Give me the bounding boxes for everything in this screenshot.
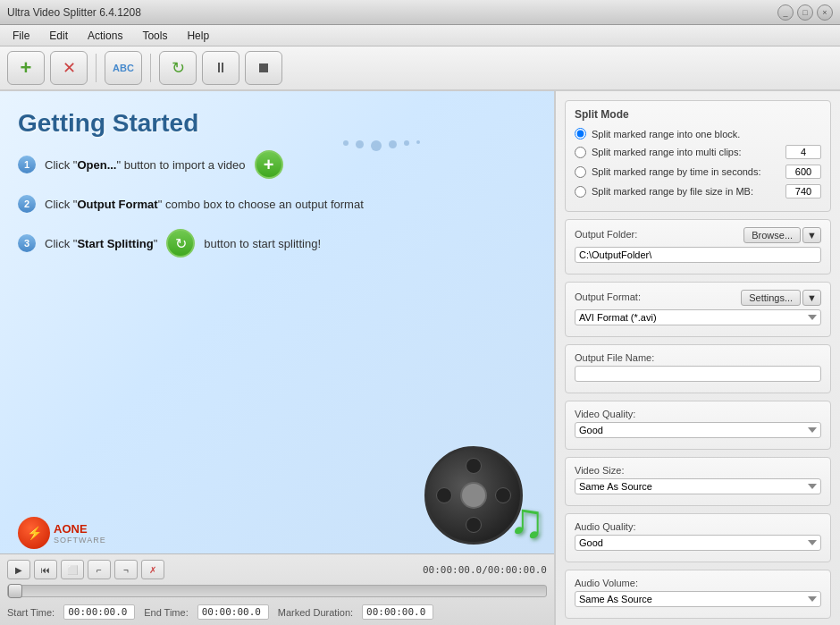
aone-logo: ⚡ — [18, 517, 50, 549]
step-1-icon[interactable]: + — [255, 150, 283, 179]
audio-quality-section: Audio Quality: Good Better Best Low — [565, 513, 831, 562]
output-format-label: Output Format: — [575, 291, 641, 302]
settings-button[interactable]: Settings... — [741, 290, 801, 306]
frame-back-button[interactable]: ⏮ — [34, 560, 57, 579]
logo-area: ⚡ AONE SOFTWARE — [18, 517, 106, 549]
output-folder-section: Output Folder: Browse... ▼ — [565, 219, 831, 274]
abc-button[interactable]: ABC — [105, 51, 142, 85]
video-quality-dropdown[interactable]: Good Better Best Low — [575, 422, 821, 438]
menu-tools[interactable]: Tools — [133, 28, 176, 44]
pause-icon: ⏸ — [214, 60, 228, 76]
plus-icon: + — [264, 155, 274, 175]
split-radio-4[interactable] — [575, 186, 586, 198]
music-note-decoration: ♫ — [508, 492, 545, 549]
step-1: 1 Click "Open..." button to import a vid… — [18, 150, 536, 179]
cancel-button[interactable]: ✕ — [50, 51, 88, 85]
split-value-4[interactable] — [785, 184, 821, 198]
refresh-icon: ↻ — [172, 58, 185, 78]
output-folder-path[interactable] — [575, 247, 821, 263]
audio-volume-section: Audio Volume: Same As Source Custom — [565, 570, 831, 619]
mark-end-button[interactable]: ¬ — [114, 560, 138, 579]
time-info-row: Start Time: 00:00:00.0 End Time: 00:00:0… — [0, 601, 554, 625]
split-label-4: Split marked range by file size in MB: — [592, 186, 780, 197]
step-1-text: Click "Open..." button to import a video — [45, 158, 246, 172]
audio-quality-label: Audio Quality: — [575, 521, 821, 532]
split-value-2[interactable] — [785, 145, 821, 159]
dot-4 — [389, 140, 397, 148]
minimize-button[interactable]: _ — [777, 4, 794, 21]
reel-center — [460, 482, 487, 509]
stop-button[interactable]: ⏹ — [245, 51, 282, 85]
start-time-label: Start Time: — [7, 607, 55, 618]
seek-bar[interactable] — [7, 585, 547, 597]
menu-bar: File Edit Actions Tools Help — [0, 25, 840, 46]
pause-button[interactable]: ⏸ — [202, 51, 239, 85]
menu-help[interactable]: Help — [178, 28, 218, 44]
close-button[interactable]: × — [817, 4, 833, 21]
main-layout: Getting Started 1 Click "Open..." button… — [0, 91, 840, 625]
time-display: 00:00:00.0/00:00:00.0 — [423, 564, 547, 576]
split-label-2: Split marked range into multi clips: — [592, 147, 780, 157]
toolbar: + ✕ ABC ↻ ⏸ ⏹ — [0, 46, 840, 91]
end-time-label: End Time: — [144, 607, 189, 618]
menu-edit[interactable]: Edit — [40, 28, 77, 44]
video-size-label: Video Size: — [575, 465, 821, 476]
step-3-text-after: button to start splitting! — [204, 237, 321, 250]
step-3-num: 3 — [18, 234, 36, 252]
snapshot-button[interactable]: ⬜ — [61, 560, 84, 579]
split-radio-3[interactable] — [575, 166, 586, 178]
left-panel: Getting Started 1 Click "Open..." button… — [0, 91, 554, 625]
split-radio-1[interactable] — [575, 128, 586, 139]
mark-start-button[interactable]: ⌐ — [88, 560, 111, 579]
seek-thumb — [8, 584, 22, 598]
marked-duration-value: 00:00:00.0 — [362, 604, 433, 620]
split-radio-2[interactable] — [575, 147, 586, 158]
play-button[interactable]: ▶ — [7, 560, 30, 579]
getting-started-section: Getting Started — [0, 91, 554, 150]
audio-quality-dropdown[interactable]: Good Better Best Low — [575, 535, 821, 551]
audio-volume-dropdown[interactable]: Same As Source Custom — [575, 591, 821, 607]
split-value-3[interactable] — [785, 165, 821, 179]
logo-name: AONE — [54, 522, 106, 536]
split-option-1: Split marked range into one block. — [575, 128, 821, 139]
output-filename-input[interactable] — [575, 366, 821, 382]
menu-actions[interactable]: Actions — [79, 28, 131, 44]
output-filename-section: Output File Name: — [565, 344, 831, 393]
dot-3 — [371, 140, 382, 151]
reel-hole-top — [466, 458, 482, 474]
dot-2 — [356, 140, 364, 148]
step-3-icon[interactable]: ↻ — [166, 229, 195, 258]
video-quality-section: Video Quality: Good Better Best Low — [565, 401, 831, 450]
maximize-button[interactable]: □ — [797, 4, 813, 21]
settings-dropdown-button[interactable]: ▼ — [802, 290, 821, 306]
audio-volume-label: Audio Volume: — [575, 578, 821, 588]
video-size-section: Video Size: Same As Source Custom — [565, 457, 831, 506]
menu-file[interactable]: File — [4, 28, 38, 44]
split-option-3: Split marked range by time in seconds: — [575, 165, 821, 179]
window-controls: _ □ × — [777, 4, 833, 21]
step-2-text: Click "Output Format" combo box to choos… — [45, 198, 364, 211]
split-button[interactable]: ✗ — [141, 560, 164, 579]
getting-started-title: Getting Started — [18, 109, 536, 138]
browse-dropdown-button[interactable]: ▼ — [802, 227, 821, 243]
browse-button[interactable]: Browse... — [743, 227, 801, 243]
split-option-2: Split marked range into multi clips: — [575, 145, 821, 159]
bg-decoration — [343, 140, 420, 151]
logo-text: AONE SOFTWARE — [54, 522, 106, 545]
split-label-1: Split marked range into one block. — [592, 129, 821, 139]
step-2: 2 Click "Output Format" combo box to cho… — [18, 195, 536, 213]
end-time-value: 00:00:00.0 — [197, 604, 269, 620]
output-format-dropdown[interactable]: AVI Format (*.avi) — [575, 309, 821, 325]
split-label-3: Split marked range by time in seconds: — [592, 166, 780, 177]
abc-icon: ABC — [113, 63, 134, 73]
bottom-controls: ▶ ⏮ ⬜ ⌐ ¬ ✗ 00:00:00.0/00:00:00.0 Start … — [0, 553, 554, 625]
dot-5 — [404, 140, 409, 146]
step-1-num: 1 — [18, 156, 36, 173]
refresh-button[interactable]: ↻ — [159, 51, 197, 85]
add-button[interactable]: + — [7, 51, 45, 85]
toolbar-separator-1 — [96, 54, 97, 82]
logo-subtitle: SOFTWARE — [54, 536, 106, 545]
output-format-section: Output Format: Settings... ▼ AVI Format … — [565, 282, 831, 337]
split-mode-section: Split Mode Split marked range into one b… — [565, 100, 831, 212]
video-size-dropdown[interactable]: Same As Source Custom — [575, 478, 821, 494]
